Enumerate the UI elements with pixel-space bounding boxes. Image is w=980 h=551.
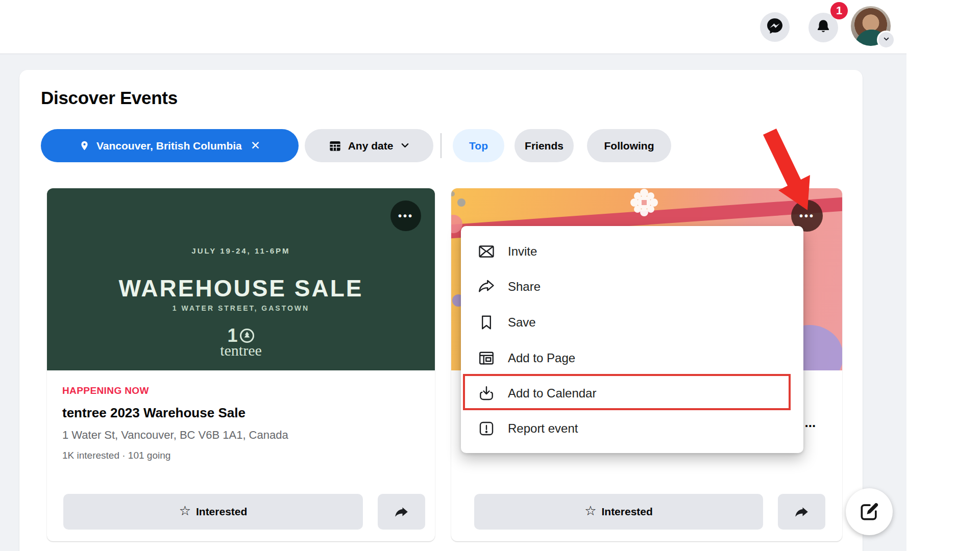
banner-decoration-dot bbox=[457, 198, 465, 207]
location-filter-label: Vancouver, British Columbia bbox=[96, 140, 242, 152]
top-navigation-bar: 1 bbox=[0, 0, 906, 54]
menu-item-save[interactable]: Save bbox=[461, 305, 803, 340]
account-menu-chevron[interactable] bbox=[877, 31, 895, 49]
report-exclamation-icon bbox=[476, 418, 497, 439]
menu-item-share[interactable]: Share bbox=[461, 269, 803, 304]
menu-item-add-to-page[interactable]: Add to Page bbox=[461, 341, 803, 375]
event-status-badge: HAPPENING NOW bbox=[62, 385, 149, 396]
banner-schedule-text: JULY 19-24, 11-6PM bbox=[47, 246, 435, 255]
page-window-icon bbox=[476, 348, 497, 368]
location-pin-icon bbox=[79, 139, 90, 152]
interested-button[interactable]: ☆ Interested bbox=[474, 494, 763, 530]
tab-friends[interactable]: Friends bbox=[514, 129, 574, 162]
menu-item-report-event[interactable]: Report event bbox=[461, 411, 803, 446]
tentree-wordmark: tentree bbox=[47, 342, 435, 359]
remove-location-filter-icon[interactable]: ✕ bbox=[251, 139, 260, 153]
banner-venue-text: 1 WATER STREET, GASTOWN bbox=[47, 304, 435, 312]
tree-circle-icon bbox=[239, 328, 255, 343]
share-button[interactable] bbox=[778, 494, 825, 530]
share-arrow-icon bbox=[794, 504, 810, 519]
menu-item-invite[interactable]: Invite bbox=[461, 234, 803, 269]
interested-label: Interested bbox=[601, 506, 652, 518]
banner-headline-text: WAREHOUSE SALE bbox=[47, 276, 435, 300]
location-filter-pill[interactable]: Vancouver, British Columbia ✕ bbox=[41, 129, 299, 162]
invite-envelope-icon bbox=[476, 241, 497, 262]
bookmark-icon bbox=[476, 312, 497, 333]
menu-item-label: Add to Page bbox=[508, 351, 575, 365]
tab-top[interactable]: Top bbox=[453, 129, 504, 162]
interested-label: Interested bbox=[196, 506, 247, 518]
page-title: Discover Events bbox=[41, 88, 178, 108]
tab-following[interactable]: Following bbox=[587, 129, 671, 162]
bell-icon bbox=[815, 18, 832, 37]
chevron-down-icon bbox=[400, 141, 410, 151]
messenger-icon bbox=[766, 17, 784, 37]
event-banner-image: JULY 19-24, 11-6PM WAREHOUSE SALE 1 WATE… bbox=[47, 188, 435, 370]
star-icon: ☆ bbox=[584, 503, 596, 519]
date-filter-label: Any date bbox=[348, 140, 394, 152]
menu-item-add-to-calendar[interactable]: Add to Calendar bbox=[461, 376, 803, 411]
star-icon: ☆ bbox=[179, 503, 191, 519]
notification-count-badge: 1 bbox=[830, 2, 848, 19]
date-filter-pill[interactable]: Any date bbox=[305, 129, 433, 162]
share-outline-icon bbox=[476, 277, 497, 297]
menu-item-label: Save bbox=[508, 315, 536, 330]
chevron-down-icon bbox=[883, 35, 890, 45]
share-arrow-icon bbox=[394, 504, 409, 519]
event-options-context-menu: Invite Share Save bbox=[461, 226, 803, 453]
facebook-events-screen: 1 Discover Events Vancouver, British Col… bbox=[0, 0, 980, 551]
more-options-button[interactable]: ••• bbox=[390, 201, 421, 231]
menu-item-label: Report event bbox=[508, 421, 578, 436]
filter-divider bbox=[440, 133, 442, 158]
flower-logo-icon bbox=[629, 188, 659, 220]
messenger-button[interactable] bbox=[760, 12, 790, 42]
pencil-square-icon bbox=[858, 500, 880, 523]
calendar-icon bbox=[328, 139, 342, 153]
banner-decoration-dot bbox=[451, 191, 455, 196]
compose-button[interactable] bbox=[846, 488, 893, 535]
add-to-calendar-icon bbox=[476, 383, 497, 404]
interested-button[interactable]: ☆ Interested bbox=[63, 494, 363, 530]
menu-item-label: Add to Calendar bbox=[508, 386, 596, 400]
event-address: 1 Water St, Vancouver, BC V6B 1A1, Canad… bbox=[62, 428, 288, 442]
menu-item-label: Share bbox=[508, 280, 541, 294]
event-attendance-meta: 1K interested · 101 going bbox=[62, 449, 170, 462]
event-card-tentree[interactable]: JULY 19-24, 11-6PM WAREHOUSE SALE 1 WATE… bbox=[47, 188, 435, 541]
share-button[interactable] bbox=[378, 494, 425, 530]
menu-item-label: Invite bbox=[508, 244, 537, 259]
event-title[interactable]: tentree 2023 Warehouse Sale bbox=[62, 405, 246, 421]
